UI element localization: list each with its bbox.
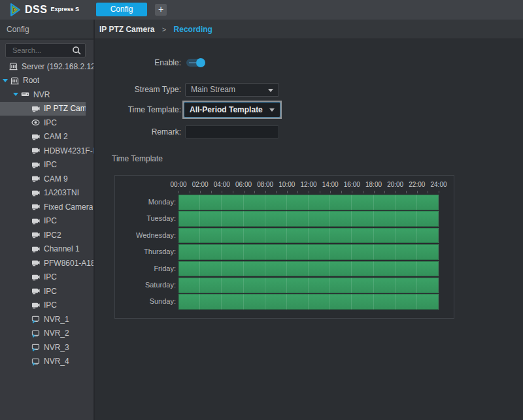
- hour-label: 16:00: [344, 181, 360, 188]
- tree-item-label: NVR_4: [44, 357, 69, 366]
- camera-icon: [31, 174, 41, 183]
- schedule-bar-tuesday: [178, 211, 439, 227]
- hour-tick: [417, 191, 418, 193]
- tree-item-label: IP PTZ Camera: [44, 104, 86, 113]
- hour-tick: [384, 191, 385, 193]
- schedule-bar-friday: [178, 261, 439, 277]
- tree-item-label: IPC: [44, 216, 57, 225]
- tree-item-ipc[interactable]: IPC: [0, 214, 93, 229]
- nvr-offline-icon: [31, 329, 41, 338]
- expand-arrow-icon[interactable]: [3, 79, 8, 82]
- tree-item-nvr-3[interactable]: NVR_3: [0, 340, 93, 355]
- time-template-section-title: Time Template: [112, 154, 163, 163]
- stream-type-label: Stream Type:: [95, 85, 181, 94]
- hour-label: 10:00: [278, 181, 295, 188]
- tree-item-ipc[interactable]: IPC: [0, 158, 93, 172]
- tree-item-label: Server (192.168.2.124): [22, 62, 93, 71]
- hour-tick: [363, 191, 363, 193]
- tree-item-ip-ptz-camera[interactable]: IP PTZ Camera: [0, 102, 86, 116]
- recording-settings-panel: Enable: Stream Type: Main Stream Time Te…: [95, 39, 523, 420]
- day-label-tuesday: Tuesday:: [115, 211, 176, 227]
- breadcrumb-parent[interactable]: IP PTZ Camera: [99, 25, 154, 34]
- hour-label: 02:00: [192, 181, 209, 188]
- tree-item-nvr-1[interactable]: NVR_1: [0, 312, 93, 327]
- hour-label: 22:00: [409, 181, 425, 188]
- stream-type-dropdown[interactable]: Main Stream: [185, 83, 279, 97]
- tree-item-pfw8601-a180[interactable]: PFW8601-A180: [0, 256, 93, 270]
- camera-icon: [31, 287, 41, 295]
- hour-tick: [254, 191, 255, 193]
- search-box: [5, 43, 86, 57]
- logo-suffix: Express S: [50, 6, 79, 12]
- tree-item-label: CAM 2: [44, 132, 68, 141]
- search-input[interactable]: [11, 44, 69, 56]
- camera-icon: [31, 231, 41, 239]
- tree-item-ipc[interactable]: IPC: [0, 284, 93, 299]
- camera-icon: [31, 105, 41, 113]
- tree-item-nvr-4[interactable]: NVR_4: [0, 355, 93, 369]
- stream-type-value: Main Stream: [191, 85, 235, 94]
- hour-tick: [276, 191, 277, 193]
- hour-tick: [320, 191, 320, 193]
- tree-item-ipc[interactable]: IPC: [0, 116, 93, 130]
- time-template-label: Time Template:: [95, 105, 181, 114]
- tree-item-server-192-168-2-124[interactable]: Server (192.168.2.124): [0, 59, 93, 74]
- schedule-bar-wednesday: [178, 228, 439, 244]
- hour-tick: [396, 191, 396, 193]
- hour-tick: [244, 191, 245, 193]
- hour-label: 14:00: [322, 181, 339, 188]
- toggle-knob: [196, 58, 205, 67]
- tree-item-fixed-camera[interactable]: Fixed Camera: [0, 200, 93, 214]
- search-icon[interactable]: [72, 46, 82, 58]
- remark-input[interactable]: [185, 125, 279, 138]
- device-tree: Server (192.168.2.124)RootNVRIP PTZ Came…: [0, 59, 93, 368]
- tree-item-cam-2[interactable]: CAM 2: [0, 130, 93, 144]
- day-label-sunday: Sunday:: [115, 294, 176, 310]
- hour-tick: [178, 191, 179, 193]
- dome-camera-icon: [31, 118, 41, 127]
- tree-item-hdbw4231f-e2-m[interactable]: HDBW4231F-E2-M: [0, 144, 93, 158]
- tree-item-nvr[interactable]: NVR: [0, 88, 93, 102]
- hour-tick: [222, 191, 222, 193]
- hour-tick: [297, 191, 298, 193]
- tree-item-cam-9[interactable]: CAM 9: [0, 172, 93, 186]
- expand-arrow-icon[interactable]: [13, 93, 18, 96]
- tree-item-label: IPC: [44, 272, 57, 282]
- config-sidebar: Server (192.168.2.124)RootNVRIP PTZ Came…: [0, 40, 93, 420]
- day-label-wednesday: Wednesday:: [115, 228, 176, 244]
- dss-logo-icon: [9, 3, 22, 20]
- tree-item-ipc2[interactable]: IPC2: [0, 228, 93, 242]
- time-template-dropdown[interactable]: All-Period Template: [184, 102, 280, 118]
- tree-item-nvr-2[interactable]: NVR_2: [0, 327, 93, 341]
- hour-tick: [233, 191, 233, 193]
- camera-icon: [31, 245, 41, 253]
- nvr-offline-icon: [31, 315, 41, 323]
- add-tab-button[interactable]: +: [155, 4, 167, 16]
- chevron-down-icon: [268, 89, 273, 92]
- breadcrumb-current[interactable]: Recording: [174, 25, 212, 34]
- tree-item-ipc[interactable]: IPC: [0, 299, 93, 313]
- camera-icon: [31, 217, 41, 225]
- schedule-panel: 00:0002:0004:0006:0008:0010:0012:0014:00…: [114, 175, 454, 319]
- camera-icon: [31, 146, 41, 155]
- plus-icon: +: [158, 4, 163, 14]
- hour-label: 00:00: [170, 181, 186, 188]
- day-label-saturday: Saturday:: [115, 278, 176, 293]
- logo-text: DSS: [25, 3, 47, 17]
- tree-item-root[interactable]: Root: [0, 74, 93, 88]
- tree-item-label: NVR_3: [44, 343, 69, 352]
- tree-item-ipc[interactable]: IPC: [0, 270, 93, 285]
- hour-label: 20:00: [387, 181, 403, 188]
- hour-tick: [374, 191, 375, 193]
- tree-item-channel-1[interactable]: Channel 1: [0, 242, 93, 257]
- hour-tick: [406, 191, 407, 193]
- tree-item-1a203tni[interactable]: 1A203TNI: [0, 186, 93, 201]
- hour-tick: [265, 191, 266, 193]
- hour-label: 24:00: [430, 181, 447, 188]
- enable-toggle[interactable]: [186, 59, 204, 67]
- hour-tick: [309, 191, 309, 193]
- config-tab[interactable]: Config: [96, 3, 147, 16]
- nvr-icon: [21, 90, 30, 99]
- camera-icon: [31, 133, 41, 141]
- camera-icon: [31, 259, 41, 267]
